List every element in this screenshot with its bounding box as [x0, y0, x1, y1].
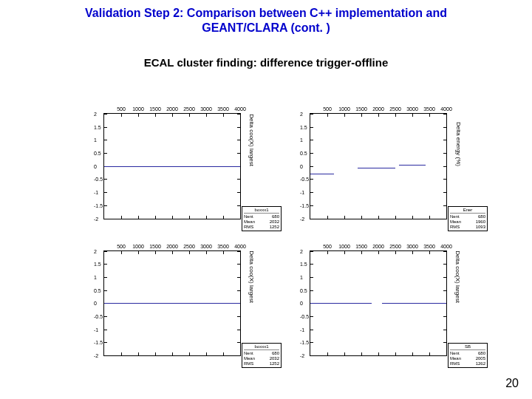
axes: 5001000150020002500300035004000-2-1.5-1-…: [310, 113, 447, 219]
x-tick: 500: [117, 106, 126, 112]
y-tick: 0.5: [94, 287, 101, 293]
y-tick: 2: [300, 112, 303, 117]
x-tick: 1000: [338, 106, 350, 112]
y-tick: -1.5: [94, 202, 103, 208]
y-tick: 1: [300, 274, 303, 279]
x-tick: 4000: [440, 106, 452, 112]
y-tick: 1.5: [94, 262, 101, 267]
axes: 5001000150020002500300035004000-2-1.5-1-…: [103, 113, 241, 219]
data-trace: [399, 165, 426, 166]
y-tick: 1: [94, 274, 97, 279]
y-tick: 0: [94, 301, 97, 306]
title-line-2: GEANT/CLARA (cont. ): [202, 21, 330, 34]
y-tick: 0.5: [94, 151, 101, 156]
x-tick: 3500: [423, 244, 435, 249]
axes: 5001000150020002500300035004000-2-1.5-1-…: [103, 250, 241, 357]
y-tick: 0.5: [300, 287, 307, 293]
x-tick: 2000: [372, 244, 384, 249]
chart-panel-tl: 5001000150020002500300035004000-2-1.5-1-…: [89, 100, 282, 233]
y-tick: -0.5: [94, 313, 103, 318]
x-tick: 2000: [166, 244, 178, 249]
x-tick: 1500: [355, 244, 367, 249]
chart-panel-tr: 5001000150020002500300035004000-2-1.5-1-…: [295, 100, 488, 233]
axes: 5001000150020002500300035004000-2-1.5-1-…: [310, 250, 447, 357]
data-trace: [104, 166, 240, 167]
y-tick: -2: [94, 216, 98, 221]
y-tick: -1.5: [94, 340, 103, 345]
y-tick: -2: [300, 216, 304, 221]
x-tick: 3000: [200, 244, 212, 249]
y-axis-label: Delta coo(X) largest: [455, 251, 462, 304]
x-tick: 4000: [440, 244, 452, 249]
y-tick: 0: [94, 163, 97, 168]
title-line-1: Validation Step 2: Comparison between C+…: [85, 7, 447, 19]
x-tick: 3500: [423, 106, 435, 112]
x-tick: 1500: [355, 106, 367, 112]
data-trace: [104, 303, 240, 304]
data-trace: [310, 303, 372, 304]
x-tick: 3000: [406, 106, 418, 112]
x-tick: 3000: [200, 106, 212, 112]
x-tick: 500: [323, 106, 332, 112]
chart-panel-bl: 5001000150020002500300035004000-2-1.5-1-…: [89, 237, 282, 370]
x-tick: 3500: [217, 106, 229, 112]
x-tick: 2500: [183, 106, 195, 112]
y-tick: 2: [94, 112, 97, 117]
stats-box: EnerNent680Mean1960RMS1093: [448, 206, 488, 231]
x-tick: 3000: [406, 244, 418, 249]
y-tick: 1.5: [94, 124, 101, 129]
x-tick: 500: [323, 244, 332, 249]
y-axis-label: Delta coo(X) largest: [249, 251, 256, 304]
x-tick: 4000: [234, 106, 246, 112]
y-tick: 0.5: [300, 151, 307, 156]
y-tick: 1.5: [300, 124, 307, 129]
y-axis-label: Delta energy (%): [455, 122, 462, 166]
y-tick: -1.5: [300, 202, 309, 208]
data-trace: [310, 174, 334, 174]
y-tick: 0: [300, 301, 303, 306]
y-tick: 1: [94, 137, 97, 143]
x-tick: 2500: [389, 106, 401, 112]
y-tick: -1: [94, 327, 98, 332]
y-tick: -1: [94, 190, 98, 195]
x-tick: 1500: [149, 106, 161, 112]
x-tick: 1000: [132, 106, 144, 112]
y-tick: 2: [300, 248, 303, 253]
slide-title: Validation Step 2: Comparison between C+…: [0, 0, 532, 35]
y-axis-label: Delta coo(X) largest: [249, 114, 256, 166]
x-tick: 1000: [338, 244, 350, 249]
y-tick: -2: [94, 353, 98, 358]
y-tick: -1.5: [300, 340, 309, 345]
stats-box: boxxx1Nent680Mean2032RMS1252: [242, 343, 282, 368]
y-tick: -0.5: [300, 177, 309, 182]
y-tick: -0.5: [300, 313, 309, 318]
y-tick: -0.5: [94, 177, 103, 182]
y-tick: 1.5: [300, 262, 307, 267]
x-tick: 1500: [149, 244, 161, 249]
chart-grid: 5001000150020002500300035004000-2-1.5-1-…: [89, 100, 488, 369]
data-trace: [358, 168, 395, 168]
x-tick: 2000: [372, 106, 384, 112]
y-tick: -1: [300, 327, 304, 332]
stats-box: boxxx1Nent680Mean2032RMS1252: [242, 206, 282, 231]
chart-panel-br: 5001000150020002500300035004000-2-1.5-1-…: [295, 237, 488, 370]
x-tick: 1000: [132, 244, 144, 249]
x-tick: 500: [117, 244, 126, 249]
x-tick: 2500: [389, 244, 401, 249]
x-tick: 4000: [234, 244, 246, 249]
y-tick: 0: [300, 163, 303, 168]
y-tick: 2: [94, 248, 97, 253]
data-trace: [382, 303, 446, 304]
x-tick: 2000: [166, 106, 178, 112]
x-tick: 2500: [183, 244, 195, 249]
y-tick: -2: [300, 353, 304, 358]
y-tick: -1: [300, 190, 304, 195]
x-tick: 3500: [217, 244, 229, 249]
stats-box: SBNent680Mean2005RMS1262: [448, 343, 488, 368]
page-number: 20: [505, 377, 519, 390]
y-tick: 1: [300, 137, 303, 143]
slide-subtitle: ECAL cluster finding: difference trigger…: [0, 56, 532, 69]
